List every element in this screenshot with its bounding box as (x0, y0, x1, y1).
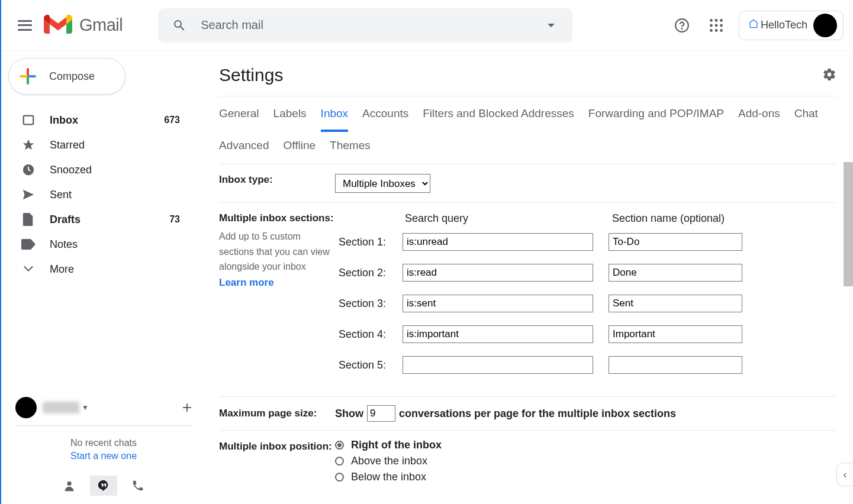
main-area: Compose Inbox 673 Starred Snoozed Sent (1, 51, 853, 504)
multiple-sections-row: Multiple inbox sections: Add up to 5 cus… (219, 203, 836, 397)
radio-position-2[interactable]: Below the inbox (335, 471, 442, 483)
section-name-header: Section name (optional) (612, 212, 747, 225)
chat-username-blurred (43, 402, 79, 413)
radio-icon (335, 457, 344, 466)
logo-area[interactable]: Gmail (44, 15, 123, 36)
section-query-input-3[interactable] (403, 295, 593, 312)
settings-content: Settings GeneralLabelsInboxAccountsFilte… (206, 51, 853, 504)
page-title: Settings (219, 65, 283, 85)
svg-point-10 (720, 29, 723, 32)
section-name-input-4[interactable] (609, 325, 742, 343)
section-query-input-4[interactable] (403, 325, 593, 343)
section-query-input-2[interactable] (403, 264, 593, 282)
tab-inbox[interactable]: Inbox (321, 107, 348, 132)
scrollbar-thumb[interactable] (844, 162, 853, 286)
section-label: Section 1: (335, 236, 403, 248)
section-row-1: Section 1: (335, 233, 836, 251)
radio-position-1[interactable]: Above the inbox (335, 455, 442, 467)
send-icon (21, 188, 36, 202)
tab-labels[interactable]: Labels (273, 107, 307, 125)
clock-icon (21, 163, 36, 177)
tab-filters-and-blocked-addresses[interactable]: Filters and Blocked Addresses (423, 107, 574, 125)
tab-general[interactable]: General (219, 107, 259, 125)
section-name-input-2[interactable] (609, 264, 742, 282)
sidebar-item-notes[interactable]: Notes (1, 232, 197, 257)
sidebar-item-more[interactable]: More (1, 257, 197, 282)
star-icon (21, 138, 36, 152)
radio-position-0[interactable]: Right of the inbox (335, 439, 442, 451)
main-menu-button[interactable] (11, 11, 39, 40)
inbox-type-select[interactable]: Multiple Inboxes (335, 174, 430, 193)
section-label: Section 3: (335, 298, 403, 310)
search-input[interactable] (201, 18, 540, 32)
section-label: Section 4: (335, 328, 403, 341)
chat-avatar (15, 397, 37, 418)
chat-dropdown-icon[interactable]: ▼ (82, 403, 89, 412)
hangouts-button[interactable] (90, 476, 117, 496)
tab-themes[interactable]: Themes (330, 139, 371, 157)
section-label: Section 5: (335, 359, 403, 371)
search-options-dropdown[interactable] (540, 22, 562, 29)
new-chat-button[interactable]: + (182, 398, 192, 417)
section-name-input-1[interactable] (609, 233, 742, 251)
svg-point-13 (67, 482, 71, 486)
chat-section: ▼ + No recent chats Start a new one (1, 390, 206, 504)
search-icon[interactable] (169, 18, 190, 33)
section-label: Section 2: (335, 267, 403, 279)
gear-icon[interactable] (822, 67, 836, 83)
folder-list: Inbox 673 Starred Snoozed Sent Drafts 73 (1, 108, 206, 282)
contacts-button[interactable] (56, 476, 83, 496)
compose-label: Compose (49, 70, 95, 83)
svg-point-7 (720, 24, 723, 27)
sidebar-item-starred[interactable]: Starred (1, 133, 197, 157)
header-right: HelloTech (670, 11, 844, 40)
section-name-input-3[interactable] (609, 295, 742, 312)
section-query-input-1[interactable] (403, 233, 593, 251)
svg-point-4 (720, 19, 723, 22)
svg-point-2 (710, 19, 713, 22)
start-chat-link[interactable]: Start a new one (15, 451, 192, 461)
sidebar: Compose Inbox 673 Starred Snoozed Sent (1, 51, 206, 504)
position-label: Multiple inbox position: (219, 439, 335, 483)
tab-add-ons[interactable]: Add-ons (738, 107, 780, 125)
apps-button[interactable] (704, 14, 728, 37)
compose-button[interactable]: Compose (8, 58, 125, 95)
sidebar-item-inbox[interactable]: Inbox 673 (1, 108, 197, 133)
svg-point-8 (710, 29, 713, 32)
house-icon (749, 19, 758, 31)
sidebar-item-drafts[interactable]: Drafts 73 (1, 207, 197, 232)
chat-footer (15, 467, 192, 504)
file-icon (21, 212, 36, 227)
tab-accounts[interactable]: Accounts (362, 107, 408, 125)
chat-user-row[interactable]: ▼ + (15, 390, 192, 426)
help-button[interactable] (670, 14, 694, 37)
inbox-icon (21, 113, 36, 127)
sidebar-item-snoozed[interactable]: Snoozed (1, 157, 197, 182)
learn-more-link[interactable]: Learn more (219, 277, 335, 289)
section-query-input-5[interactable] (403, 356, 593, 374)
tab-chat[interactable]: Chat (794, 107, 818, 125)
plus-icon (18, 67, 37, 86)
search-bar[interactable] (158, 8, 572, 43)
account-chip[interactable]: HelloTech (739, 11, 844, 40)
inbox-type-label: Inbox type: (219, 174, 335, 193)
tab-advanced[interactable]: Advanced (219, 139, 269, 157)
section-row-5: Section 5: (335, 356, 836, 374)
side-panel-toggle[interactable]: ‹ (836, 463, 853, 486)
chevron-down-icon (21, 262, 36, 276)
page-size-input[interactable] (367, 405, 395, 422)
position-radio-group: Right of the inboxAbove the inboxBelow t… (335, 439, 442, 483)
section-name-input-5[interactable] (609, 356, 742, 374)
radio-icon (335, 441, 344, 450)
sidebar-item-sent[interactable]: Sent (1, 182, 197, 207)
tab-offline[interactable]: Offline (284, 139, 316, 157)
tab-forwarding-and-pop-imap[interactable]: Forwarding and POP/IMAP (588, 107, 724, 125)
svg-rect-11 (24, 116, 34, 125)
svg-point-9 (715, 29, 718, 32)
section-row-4: Section 4: (335, 325, 836, 343)
page-size-content: Show conversations per page for the mult… (335, 405, 676, 422)
multiple-sections-label: Multiple inbox sections: Add up to 5 cus… (219, 212, 335, 387)
max-page-size-label: Maximum page size: (219, 408, 335, 419)
org-name: HelloTech (761, 19, 807, 31)
phone-button[interactable] (124, 476, 152, 496)
